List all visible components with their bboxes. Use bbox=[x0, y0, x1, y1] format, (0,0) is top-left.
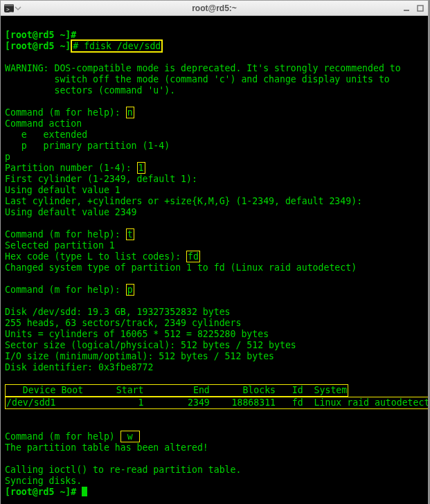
highlight-input-w: w bbox=[120, 431, 140, 442]
titlebar-left: >_ bbox=[1, 3, 21, 14]
highlight-input-n: n bbox=[126, 107, 134, 118]
prompt-line: Command (m for help): t bbox=[5, 228, 134, 240]
output-line: Disk identifier: 0x3fbe8772 bbox=[5, 362, 153, 372]
window-title: root@rd5:~ bbox=[1, 3, 428, 14]
prompt-line: Command (m for help): p bbox=[5, 284, 134, 296]
warning-line: WARNING: DOS-compatible mode is deprecat… bbox=[5, 63, 401, 73]
output-line: 255 heads, 63 sectors/track, 2349 cylind… bbox=[5, 318, 241, 328]
highlight-command: # fdisk /dev/sdd bbox=[71, 39, 163, 53]
prompt-line: [root@rd5 ~]# bbox=[5, 30, 76, 40]
output-line: Sector size (logical/physical): 512 byte… bbox=[5, 340, 296, 350]
highlight-input-fd: fd bbox=[186, 251, 200, 262]
highlight-table-row: /dev/sdd1 1 2349 18868311 fd Linux raid … bbox=[5, 397, 428, 409]
output-line: Disk /dev/sdd: 19.3 GB, 19327352832 byte… bbox=[5, 307, 231, 317]
highlight-input-1: 1 bbox=[137, 162, 145, 174]
output-line: Syncing disks. bbox=[5, 476, 82, 486]
warning-line: sectors (command 'u'). bbox=[5, 85, 175, 96]
prompt-line: [root@rd5 ~]# bbox=[5, 487, 87, 497]
output-line: Selected partition 1 bbox=[5, 240, 115, 251]
prompt-line: Command (m for help): n bbox=[5, 107, 134, 118]
cursor bbox=[82, 487, 87, 496]
prompt-line: Command (m for help) w bbox=[5, 431, 140, 442]
terminal-output[interactable]: [root@rd5 ~]# [root@rd5 ~]# fdisk /dev/s… bbox=[1, 16, 428, 504]
command-line: [root@rd5 ~]# fdisk /dev/sdd bbox=[5, 39, 163, 53]
terminal-window: >_ root@rd5:~ [root@rd5 ~]# [root@rd5 ~]… bbox=[0, 0, 429, 504]
output-line: Calling ioctl() to re-read partition tab… bbox=[5, 465, 241, 475]
minimize-button[interactable] bbox=[402, 3, 411, 13]
prompt-line: Partition number (1-4): 1 bbox=[5, 162, 145, 174]
output-line: p primary partition (1-4) bbox=[5, 141, 170, 151]
output-line: p bbox=[5, 152, 10, 162]
svg-text:>_: >_ bbox=[6, 6, 13, 12]
output-line: The partition table has been altered! bbox=[5, 442, 208, 453]
output-line: e extended bbox=[5, 129, 87, 140]
highlight-input-p: p bbox=[126, 284, 134, 296]
titlebar-dropdown-icon[interactable] bbox=[15, 5, 21, 12]
output-line: Using default value 1 bbox=[5, 185, 120, 195]
svg-rect-4 bbox=[418, 6, 423, 11]
output-line: Command action bbox=[5, 118, 82, 129]
highlight-input-t: t bbox=[126, 228, 134, 240]
warning-line: switch off the mode (command 'c') and ch… bbox=[5, 74, 390, 84]
highlight-table-header: Device Boot Start End Blocks Id System bbox=[5, 384, 348, 397]
maximize-button[interactable] bbox=[415, 3, 425, 13]
output-line: Last cylinder, +cylinders or +size{K,M,G… bbox=[5, 196, 362, 206]
titlebar: >_ root@rd5:~ bbox=[1, 1, 428, 16]
output-line: Units = cylinders of 16065 * 512 = 82252… bbox=[5, 329, 269, 339]
terminal-app-icon: >_ bbox=[3, 3, 15, 14]
output-line: Changed system type of partition 1 to fd… bbox=[5, 262, 357, 273]
prompt-line: Hex code (type L to list codes): fd bbox=[5, 251, 200, 262]
output-line: Using default value 2349 bbox=[5, 207, 137, 217]
output-line: First cylinder (1-2349, default 1): bbox=[5, 174, 197, 184]
output-line: I/O size (minimum/optimal): 512 bytes / … bbox=[5, 351, 274, 361]
